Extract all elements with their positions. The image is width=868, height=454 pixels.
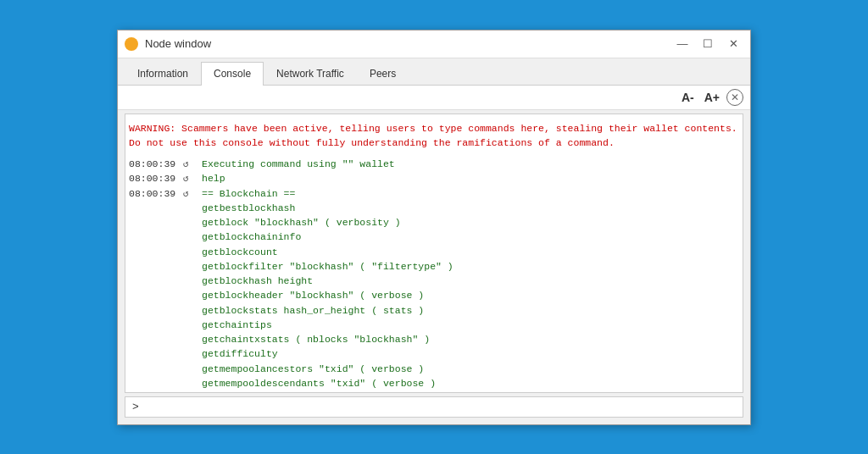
tab-peers[interactable]: Peers (357, 62, 409, 85)
log-time-2: 08:00:39 (129, 186, 180, 201)
font-decrease-button[interactable]: A- (678, 89, 698, 106)
console-output[interactable]: WARNING: Scammers have been active, tell… (125, 114, 743, 392)
prompt-symbol: > (132, 401, 139, 413)
log-text-1: help (202, 171, 225, 185)
console-input-row: > (125, 396, 743, 418)
tab-network-traffic[interactable]: Network Traffic (264, 62, 357, 85)
node-window: Node window — ☐ ✕ Information Console Ne… (117, 30, 751, 425)
tab-console[interactable]: Console (201, 62, 264, 86)
font-increase-button[interactable]: A+ (701, 89, 723, 106)
log-entry-2: 08:00:39 ↺ == Blockchain == getbestblock… (129, 186, 739, 392)
tab-information[interactable]: Information (125, 62, 201, 85)
console-area: WARNING: Scammers have been active, tell… (125, 114, 743, 393)
maximize-button[interactable]: ☐ (698, 36, 718, 53)
log-time-0: 08:00:39 (129, 157, 180, 171)
refresh-icon-2: ↺ (183, 186, 198, 201)
refresh-icon-1: ↺ (183, 171, 198, 185)
refresh-icon-0: ↺ (183, 157, 198, 171)
log-time-1: 08:00:39 (129, 171, 180, 185)
console-close-button[interactable]: ✕ (726, 89, 743, 106)
console-input[interactable] (144, 401, 736, 412)
window-title: Node window (145, 37, 672, 50)
app-icon (125, 37, 138, 51)
log-entry-1: 08:00:39 ↺ help (129, 171, 739, 185)
tab-bar: Information Console Network Traffic Peer… (118, 58, 750, 86)
close-button[interactable]: ✕ (723, 36, 743, 53)
log-text-0: Executing command using "" wallet (202, 157, 395, 171)
warning-message: WARNING: Scammers have been active, tell… (129, 119, 739, 158)
title-bar-buttons: — ☐ ✕ (672, 36, 743, 53)
console-toolbar: A- A+ ✕ (118, 86, 750, 110)
log-text-2: == Blockchain == getbestblockhash getblo… (202, 186, 453, 392)
log-entry-0: 08:00:39 ↺ Executing command using "" wa… (129, 157, 739, 171)
title-bar: Node window — ☐ ✕ (118, 30, 750, 58)
minimize-button[interactable]: — (672, 36, 693, 53)
